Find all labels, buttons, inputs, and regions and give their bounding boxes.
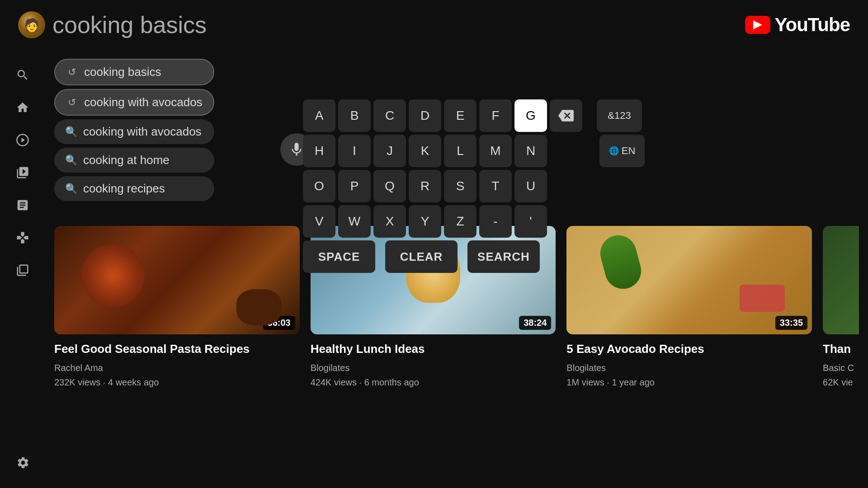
sidebar-item-home[interactable] xyxy=(11,96,34,119)
key-clear[interactable]: CLEAR xyxy=(385,240,458,273)
key-backspace[interactable] xyxy=(550,99,582,132)
video-meta-1: Rachel Ama 232K views · 4 weeks ago xyxy=(54,361,300,389)
suggestion-1[interactable]: ↺ cooking basics xyxy=(54,59,214,85)
search-query-light: basics xyxy=(140,12,207,38)
video-channel-3: Blogilates xyxy=(566,363,606,373)
header: 🧑 cooking basics YouTube xyxy=(0,0,868,50)
suggestion-text-1: cooking basics xyxy=(84,65,161,79)
video-channel-1: Rachel Ama xyxy=(54,363,103,373)
sidebar-item-library[interactable] xyxy=(11,258,34,282)
key-G[interactable]: G xyxy=(514,99,547,132)
suggestion-text-5: cooking recipes xyxy=(83,182,165,196)
key-C[interactable]: C xyxy=(373,99,406,132)
key-V[interactable]: V xyxy=(303,205,335,238)
key-search[interactable]: SEARCH xyxy=(467,240,540,273)
keyboard-row-2: H I J K L M N 🌐 EN xyxy=(303,135,645,167)
video-meta-2: Blogilates 424K views · 6 months ago xyxy=(311,361,556,389)
key-A[interactable]: A xyxy=(303,99,335,132)
video-card-1[interactable]: 36:03 Feel Good Seasonal Pasta Recipes R… xyxy=(54,226,300,389)
sidebar-item-games[interactable] xyxy=(11,226,34,249)
search-query-title: cooking basics xyxy=(52,11,207,38)
search-query-bold: cooking xyxy=(52,12,140,38)
suggestion-2[interactable]: ↺ cooking with avocados xyxy=(54,89,214,116)
video-channel-2: Blogilates xyxy=(311,363,350,373)
keyboard-row-actions: SPACE CLEAR SEARCH xyxy=(303,240,645,273)
suggestion-text-3: cooking with avocados xyxy=(83,125,202,139)
key-P[interactable]: P xyxy=(338,170,371,202)
video-age-3: 1 year ago xyxy=(612,377,655,387)
key-language-label: EN xyxy=(622,145,636,157)
key-F[interactable]: F xyxy=(479,99,512,132)
keyboard-row-3: O P Q R S T U xyxy=(303,170,645,202)
key-Q[interactable]: Q xyxy=(373,170,406,202)
video-views-3: 1M views xyxy=(566,377,604,387)
key-apostrophe[interactable]: ' xyxy=(514,205,547,238)
key-dash[interactable]: - xyxy=(479,205,512,238)
key-U[interactable]: U xyxy=(514,170,547,202)
key-K[interactable]: K xyxy=(409,135,441,167)
key-O[interactable]: O xyxy=(303,170,335,202)
video-card-4[interactable]: Than Basic C 62K vie xyxy=(823,226,859,389)
key-R[interactable]: R xyxy=(409,170,441,202)
sidebar-item-queue[interactable] xyxy=(11,161,34,184)
video-thumb-4 xyxy=(823,226,859,334)
video-title-1: Feel Good Seasonal Pasta Recipes xyxy=(54,342,300,357)
key-space[interactable]: SPACE xyxy=(303,240,375,273)
sidebar-item-settings[interactable] xyxy=(11,451,35,474)
video-age-1: 4 weeks ago xyxy=(108,377,159,387)
video-duration-3: 33:35 xyxy=(775,316,807,330)
video-duration-1: 36:03 xyxy=(263,316,295,330)
key-language[interactable]: 🌐 EN xyxy=(599,135,645,167)
suggestion-text-2: cooking with avocados xyxy=(84,95,203,109)
suggestion-4[interactable]: 🔍 cooking at home xyxy=(54,148,214,173)
video-thumb-1: 36:03 xyxy=(54,226,300,334)
key-S[interactable]: S xyxy=(444,170,476,202)
sidebar-item-search[interactable] xyxy=(11,63,34,87)
avatar-image: 🧑 xyxy=(18,11,45,38)
keyboard: A B C D E F G &123 H I J K L M N xyxy=(303,99,645,276)
video-duration-2: 38:24 xyxy=(519,316,551,330)
video-channel-4: Basic C xyxy=(823,363,854,373)
video-title-3: 5 Easy Avocado Recipes xyxy=(566,342,812,357)
video-title-4: Than xyxy=(823,342,859,357)
key-L[interactable]: L xyxy=(444,135,476,167)
key-E[interactable]: E xyxy=(444,99,476,132)
globe-icon: 🌐 xyxy=(609,146,619,156)
key-N[interactable]: N xyxy=(514,135,547,167)
suggestion-5[interactable]: 🔍 cooking recipes xyxy=(54,176,214,201)
youtube-icon xyxy=(745,16,770,34)
suggestion-3[interactable]: 🔍 cooking with avocados xyxy=(54,119,214,144)
video-views-2: 424K views xyxy=(311,377,357,387)
sidebar-item-subscriptions[interactable] xyxy=(11,193,34,217)
suggestion-text-4: cooking at home xyxy=(83,153,170,167)
video-views-4: 62K vie xyxy=(823,377,853,387)
search-icon-4: 🔍 xyxy=(65,155,77,166)
search-icon-3: 🔍 xyxy=(65,126,77,138)
key-numbers[interactable]: &123 xyxy=(597,99,642,132)
key-X[interactable]: X xyxy=(373,205,406,238)
search-icon-5: 🔍 xyxy=(65,183,77,195)
key-J[interactable]: J xyxy=(373,135,406,167)
video-age-2: 6 months ago xyxy=(364,377,419,387)
avatar: 🧑 xyxy=(18,11,45,38)
key-Z[interactable]: Z xyxy=(444,205,476,238)
key-H[interactable]: H xyxy=(303,135,335,167)
history-icon-2: ↺ xyxy=(66,97,78,108)
sidebar-item-plays[interactable] xyxy=(11,128,34,152)
video-title-2: Healthy Lunch Ideas xyxy=(311,342,556,357)
key-D[interactable]: D xyxy=(409,99,441,132)
key-B[interactable]: B xyxy=(338,99,371,132)
key-T[interactable]: T xyxy=(479,170,512,202)
key-M[interactable]: M xyxy=(479,135,512,167)
key-Y[interactable]: Y xyxy=(409,205,441,238)
main-content: ↺ cooking basics ↺ cooking with avocados… xyxy=(45,50,868,488)
sidebar xyxy=(0,50,45,488)
key-numbers-label: &123 xyxy=(608,110,631,122)
video-views-1: 232K views xyxy=(54,377,100,387)
video-meta-4: Basic C 62K vie xyxy=(823,361,859,389)
key-I[interactable]: I xyxy=(338,135,371,167)
key-W[interactable]: W xyxy=(338,205,371,238)
history-icon-1: ↺ xyxy=(66,66,78,78)
youtube-logo: YouTube xyxy=(745,14,850,36)
header-left: 🧑 cooking basics xyxy=(18,11,207,38)
